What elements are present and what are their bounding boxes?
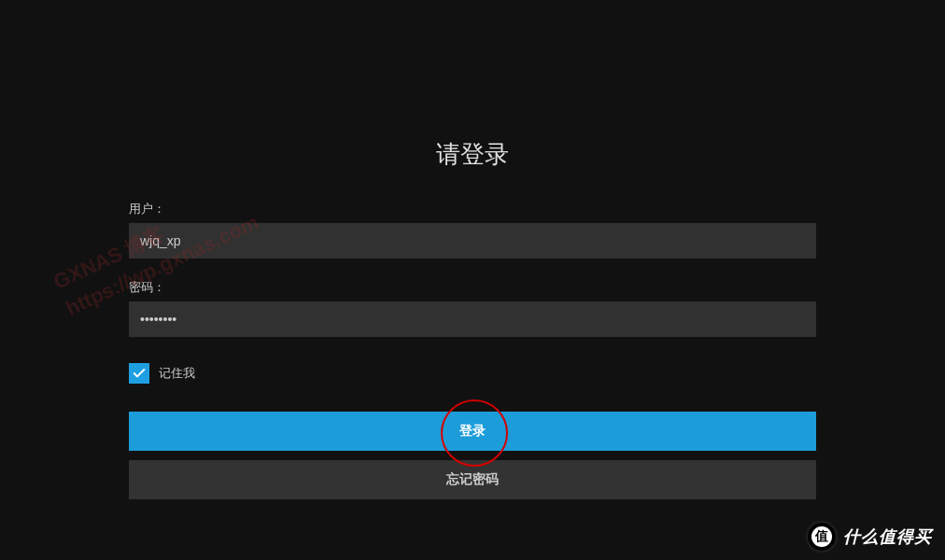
username-input[interactable] xyxy=(129,223,816,259)
promo-badge-char: 值 xyxy=(811,526,832,547)
forgot-button-label: 忘记密码 xyxy=(446,471,499,488)
password-input[interactable] xyxy=(129,301,816,337)
login-button-label: 登录 xyxy=(459,423,486,440)
password-group: 密码： xyxy=(129,279,816,337)
password-label: 密码： xyxy=(129,279,816,296)
checkmark-icon xyxy=(132,366,147,381)
login-button[interactable]: 登录 xyxy=(129,412,816,451)
page-title: 请登录 xyxy=(129,138,816,171)
promo-badge: 值 xyxy=(808,523,836,551)
footer-promo: 值 什么值得买 xyxy=(808,523,932,551)
remember-row: 记住我 xyxy=(129,363,816,384)
forgot-password-button[interactable]: 忘记密码 xyxy=(129,460,816,499)
login-container: 请登录 用户： 密码： 记住我 登录 忘记密码 xyxy=(129,0,816,499)
username-group: 用户： xyxy=(129,201,816,259)
remember-checkbox[interactable] xyxy=(129,363,149,384)
promo-text: 什么值得买 xyxy=(843,525,932,548)
username-label: 用户： xyxy=(129,201,816,217)
remember-label: 记住我 xyxy=(159,365,195,382)
